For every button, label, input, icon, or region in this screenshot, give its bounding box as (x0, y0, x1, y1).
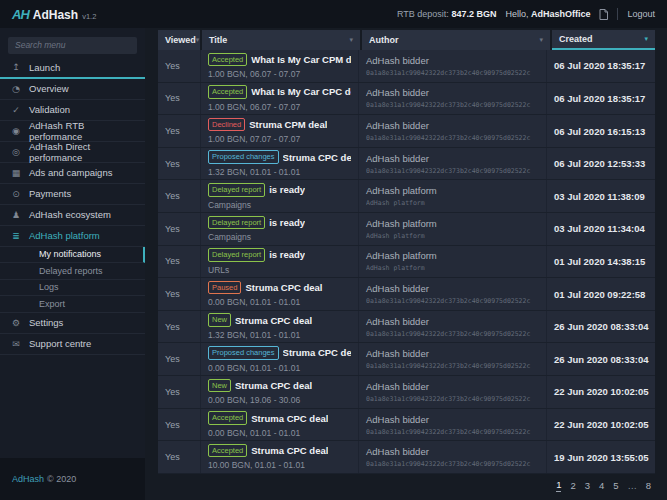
pagination-page-5[interactable]: 5 (613, 480, 618, 491)
column-header-viewed[interactable]: Viewed▾ (158, 30, 200, 50)
pagination-page-2[interactable]: 2 (570, 480, 575, 491)
created-cell: 03 Jul 2020 11:38:09 (546, 180, 655, 212)
sidebar-item-label: AdHash RTB performance (29, 120, 135, 142)
author-cell: AdHash platformAdHash platform (358, 180, 546, 212)
sidebar-subitem-my-notifications[interactable]: My notifications (0, 247, 145, 264)
topbar: AH AdHash v1.2 RTB deposit: 847.2 BGN He… (0, 0, 667, 28)
author-detail: 0a1a8e31a1c99042322dc373b2c40c90975d0252… (366, 167, 539, 175)
notification-row[interactable]: YesDelayed reportis readyCampaignsAdHash… (158, 213, 655, 246)
sidebar-item-support-centre[interactable]: ✉Support centre (0, 334, 145, 355)
pagination-page-1[interactable]: 1 (556, 479, 561, 492)
sidebar-subitem-export[interactable]: Export (0, 296, 145, 313)
author-name: AdHash bidder (366, 153, 539, 164)
sidebar-item-validation[interactable]: ✓Validation (0, 100, 145, 121)
created-cell: 06 Jul 2020 18:35:17 (546, 83, 655, 115)
rtb-performance-icon: ◉ (10, 126, 22, 136)
author-cell: AdHash bidder0a1a8e31a1c99042322dc373b2c… (358, 441, 546, 473)
notification-row[interactable]: YesDelayed reportis readyURLsAdHash plat… (158, 246, 655, 279)
created-cell: 01 Jul 2020 09:22:58 (546, 278, 655, 310)
author-detail: 0a1a8e31a1c99042322dc373b2c40c90975d0252… (366, 297, 539, 305)
validation-icon: ✓ (10, 105, 22, 115)
author-detail: 0a1a8e31a1c99042322dc373b2c40c90975d0252… (366, 362, 539, 370)
author-detail: AdHash platform (366, 199, 539, 207)
rtb-deposit-value: 847.2 BGN (451, 9, 496, 19)
settings-icon: ⚙ (10, 318, 22, 328)
title-cell: AcceptedWhat Is My Car CPM deal1.00 BGN,… (200, 50, 358, 82)
status-badge: Proposed changes (208, 346, 279, 360)
author-cell: AdHash bidder0a1a8e31a1c99042322dc373b2c… (358, 278, 546, 310)
notification-title: is ready (269, 249, 305, 260)
pagination-page-4[interactable]: 4 (599, 480, 604, 491)
notification-subtitle: 0.00 BGN, 19.06 - 30.06 (208, 395, 351, 405)
sidebar-item-overview[interactable]: ◔Overview (0, 79, 145, 100)
author-name: AdHash bidder (366, 120, 539, 131)
author-cell: AdHash bidder0a1a8e31a1c99042322dc373b2c… (358, 376, 546, 408)
sidebar-item-launch[interactable]: ↥Launch (0, 58, 145, 79)
author-name: AdHash bidder (366, 283, 539, 294)
support-icon: ✉ (10, 339, 22, 349)
sidebar-item-ads-and-campaigns[interactable]: ▦Ads and campaigns (0, 163, 145, 184)
sidebar-subitem-delayed-reports[interactable]: Delayed reports (0, 263, 145, 280)
status-badge: Delayed report (208, 183, 265, 197)
rtb-deposit-label: RTB deposit: (397, 9, 449, 19)
status-badge: New (208, 379, 231, 393)
sort-arrow-icon: ▾ (644, 35, 648, 43)
author-name: AdHash platform (366, 250, 539, 261)
notification-row[interactable]: YesAcceptedStruma CPC deal10.00 BGN, 01.… (158, 441, 655, 474)
direct-performance-icon: ◎ (10, 147, 22, 157)
sidebar-item-label: Payments (29, 188, 71, 199)
document-icon[interactable] (599, 9, 608, 20)
pagination-page-3[interactable]: 3 (585, 480, 590, 491)
notification-row[interactable]: YesAcceptedStruma CPC deal0.00 BGN, 01.0… (158, 409, 655, 442)
sidebar-item-adhash-ecosystem[interactable]: ♟AdHash ecosystem (0, 205, 145, 226)
notification-row[interactable]: YesAcceptedWhat Is My Car CPM deal1.00 B… (158, 50, 655, 83)
sidebar-footer: AdHash © 2020 (0, 458, 145, 500)
status-badge: Accepted (208, 444, 247, 458)
author-name: AdHash bidder (366, 348, 539, 359)
sidebar-item-adhash-platform[interactable]: ≣AdHash platform (0, 226, 145, 247)
overview-icon: ◔ (10, 84, 22, 94)
sidebar-item-payments[interactable]: ⊙Payments (0, 184, 145, 205)
sidebar-item-settings[interactable]: ⚙Settings (0, 313, 145, 334)
search-input[interactable] (8, 37, 137, 54)
created-cell: 06 Jul 2020 18:35:17 (546, 50, 655, 82)
title-line: AcceptedStruma CPC deal (208, 411, 351, 425)
pagination-page-8[interactable]: 8 (646, 480, 651, 491)
notification-row[interactable]: YesNewStruma CPC deal0.00 BGN, 19.06 - 3… (158, 376, 655, 409)
notification-row[interactable]: YesProposed changesStruma CPC deal0.00 B… (158, 343, 655, 376)
ecosystem-icon: ♟ (10, 210, 22, 220)
notification-title: Struma CPC deal (283, 347, 351, 358)
notification-row[interactable]: YesDeclinedStruma CPM deal1.00 BGN, 07.0… (158, 115, 655, 148)
author-cell: AdHash bidder0a1a8e31a1c99042322dc373b2c… (358, 343, 546, 375)
footer-brand-link[interactable]: AdHash (12, 474, 44, 484)
topbar-divider (617, 8, 618, 20)
notification-subtitle: 1.32 BGN, 01.01 - 01.01 (208, 330, 351, 340)
sidebar-item-adhash-direct-performance[interactable]: ◎AdHash Direct performance (0, 142, 145, 163)
sidebar-item-adhash-rtb-performance[interactable]: ◉AdHash RTB performance (0, 121, 145, 142)
notification-subtitle: 0.00 BGN, 01.01 - 01.01 (208, 297, 351, 307)
notification-row[interactable]: YesAcceptedWhat Is My Car CPC deal1.00 B… (158, 83, 655, 116)
logout-button[interactable]: Logout (627, 9, 655, 19)
column-header-created[interactable]: Created▾ (552, 30, 655, 50)
created-cell: 22 Jun 2020 10:02:05 (546, 409, 655, 441)
title-line: AcceptedWhat Is My Car CPM deal (208, 53, 351, 67)
sidebar-subitem-logs[interactable]: Logs (0, 280, 145, 297)
notification-row[interactable]: YesProposed changesStruma CPC deal1.32 B… (158, 148, 655, 181)
created-cell: 26 Jun 2020 08:33:04 (546, 311, 655, 343)
column-header-title[interactable]: Title▾ (202, 30, 360, 50)
notification-subtitle: 1.32 BGN, 01.01 - 01.01 (208, 167, 351, 177)
app-title: AdHash (33, 8, 78, 22)
notification-row[interactable]: YesPausedStruma CPC deal0.00 BGN, 01.01 … (158, 278, 655, 311)
viewed-cell: Yes (158, 246, 200, 278)
notification-title: Struma CPC deal (245, 282, 322, 293)
column-header-author[interactable]: Author▾ (362, 30, 550, 50)
notification-row[interactable]: YesNewStruma CPC deal1.32 BGN, 01.01 - 0… (158, 311, 655, 344)
title-line: Proposed changesStruma CPC deal (208, 346, 351, 360)
page-layout: ↥Launch◔Overview✓Validation◉AdHash RTB p… (0, 28, 667, 500)
viewed-cell: Yes (158, 83, 200, 115)
author-detail: 0a1a8e31a1c99042322dc373b2c40c90975d0252… (366, 330, 539, 338)
title-cell: DeclinedStruma CPM deal1.00 BGN, 07.07 -… (200, 115, 358, 147)
author-cell: AdHash platformAdHash platform (358, 246, 546, 278)
notification-row[interactable]: YesDelayed reportis readyCampaignsAdHash… (158, 180, 655, 213)
notification-title: is ready (269, 217, 305, 228)
